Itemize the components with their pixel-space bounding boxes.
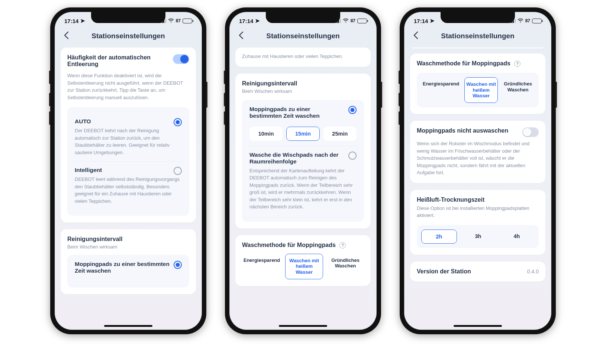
- battery-percent: 87: [176, 18, 181, 23]
- trailing-card: Zuhause mit Haustieren oder vielen Teppi…: [235, 48, 371, 67]
- device-notch: [91, 12, 165, 23]
- mop-time-option[interactable]: Moppingpads zu einer bestimmten Zeit was…: [248, 106, 358, 146]
- room-order-desc: Entsprechend der Kartenaufteilung kehrt …: [249, 167, 357, 211]
- hot-air-title: Heißluft-Trocknungszeit: [417, 196, 539, 203]
- clean-interval-card: Reinigungsintervall Beim Wischen wirksam…: [61, 229, 196, 294]
- nav-bar: Stationseinstellungen: [404, 27, 551, 48]
- seg-15min[interactable]: 15min: [286, 127, 319, 141]
- help-icon[interactable]: ?: [514, 61, 520, 67]
- battery-percent: 87: [351, 18, 355, 23]
- clean-interval-sub: Beim Wischen wirksam: [67, 244, 189, 250]
- seg-10min[interactable]: 10min: [249, 127, 283, 141]
- option-intelligent-desc: DEEBOT leert während des Reinigungsvorga…: [75, 176, 182, 205]
- radio-selected-icon: [174, 118, 182, 126]
- mop-time-option[interactable]: Moppingpads zu einer bestimmten Zeit was…: [73, 261, 183, 282]
- wifi-icon: [168, 18, 174, 24]
- hot-air-card: Heißluft-Trocknungszeit Diese Option ist…: [410, 190, 545, 255]
- status-time: 17:14: [239, 18, 253, 24]
- page-title: Stationseinstellungen: [266, 32, 339, 40]
- clean-interval-title: Reinigungsintervall: [67, 236, 189, 243]
- version-card[interactable]: Version der Station 0.4.0: [410, 261, 545, 282]
- mop-time-title: Moppingpads zu einer bestimmten Zeit was…: [75, 261, 171, 274]
- auto-empty-card: Häufigkeit der automatischen Entleerung …: [61, 48, 196, 222]
- no-rinse-toggle[interactable]: [522, 127, 539, 137]
- home-indicator[interactable]: [104, 325, 152, 327]
- phone-mockup-1: 17:14 ➤ 87 Stationseinstellungen: [50, 7, 206, 334]
- wash-method-card: Waschmethode für Moppingpads ? Energiesp…: [235, 235, 371, 286]
- wifi-icon: [343, 18, 349, 24]
- seg-energy[interactable]: Energiesparend: [242, 254, 281, 279]
- phone-mockup-2: 17:14 ➤ 87 Stationseinstellungen Zuhause…: [225, 7, 381, 334]
- room-order-option[interactable]: Wasche die Wischpads nach der Raumreihen…: [248, 146, 358, 216]
- trailing-text: Zuhause mit Haustieren oder vielen Teppi…: [242, 53, 364, 60]
- divider: [412, 48, 544, 48]
- battery-percent: 87: [525, 18, 530, 23]
- home-indicator[interactable]: [454, 325, 502, 327]
- page-title: Stationseinstellungen: [91, 32, 165, 40]
- mop-time-title: Moppingpads zu einer bestimmten Zeit was…: [249, 106, 339, 119]
- wash-method-title: Waschmethode für Moppingpads ?: [417, 60, 539, 67]
- wash-method-card: Waschmethode für Moppingpads ? Energiesp…: [410, 53, 545, 114]
- room-order-title: Wasche die Wischpads nach der Raumreihen…: [249, 152, 339, 165]
- radio-empty-icon: [348, 152, 357, 160]
- wifi-icon: [518, 18, 523, 24]
- battery-icon: [183, 19, 192, 23]
- home-indicator[interactable]: [279, 325, 327, 327]
- seg-hot-water[interactable]: Waschen mit heißem Wasser: [285, 254, 323, 279]
- hot-air-sub: Diese Option ist bei installierten Moppi…: [417, 205, 539, 219]
- page-title: Stationseinstellungen: [441, 32, 514, 40]
- auto-empty-toggle[interactable]: [173, 54, 189, 64]
- clean-interval-title: Reinigungsintervall: [242, 80, 364, 87]
- seg-2h[interactable]: 2h: [421, 230, 457, 244]
- help-icon[interactable]: ?: [339, 242, 346, 248]
- back-button[interactable]: [64, 31, 69, 41]
- seg-thorough[interactable]: Gründliches Waschen: [327, 254, 364, 279]
- device-notch: [441, 12, 515, 23]
- back-button[interactable]: [413, 31, 418, 41]
- version-label: Version der Station: [417, 268, 471, 275]
- clean-interval-card: Reinigungsintervall Beim Wischen wirksam…: [235, 74, 371, 228]
- no-rinse-title: Moppingpads nicht auswaschen: [417, 127, 519, 134]
- no-rinse-card: Moppingpads nicht auswaschen Wenn sich d…: [410, 121, 545, 183]
- status-time: 17:14: [414, 18, 428, 24]
- location-icon: ➤: [430, 17, 435, 24]
- auto-empty-title: Häufigkeit der automatischen Entleerung: [67, 54, 169, 68]
- option-intelligent[interactable]: Intelligent DEEBOT leert während des Rei…: [73, 161, 183, 210]
- nav-bar: Stationseinstellungen: [229, 27, 377, 48]
- auto-empty-desc: Wenn diese Funktion deaktiviert ist, wir…: [67, 72, 189, 101]
- option-auto-desc: Der DEEBOT kehrt nach der Reinigung auto…: [75, 127, 182, 156]
- seg-hot-water[interactable]: Waschen mit heißem Wasser: [464, 77, 498, 103]
- back-button[interactable]: [238, 31, 244, 41]
- seg-3h[interactable]: 3h: [461, 230, 496, 244]
- wash-method-title: Waschmethode für Moppingpads ?: [242, 242, 364, 248]
- no-rinse-desc: Wenn sich der Roboter im Wischmodus befi…: [417, 140, 539, 176]
- device-notch: [266, 12, 340, 23]
- auto-empty-options: AUTO Der DEEBOT kehrt nach der Reinigung…: [67, 107, 189, 216]
- radio-selected-icon: [174, 261, 182, 269]
- clean-interval-sub: Beim Wischen wirksam: [242, 88, 364, 94]
- location-icon: ➤: [255, 17, 260, 24]
- radio-selected-icon: [348, 106, 357, 114]
- location-icon: ➤: [80, 17, 85, 24]
- battery-icon: [532, 19, 542, 23]
- nav-bar: Stationseinstellungen: [55, 27, 202, 48]
- seg-energy[interactable]: Energiesparend: [421, 77, 461, 103]
- seg-25min[interactable]: 25min: [323, 127, 357, 141]
- seg-thorough[interactable]: Gründliches Waschen: [502, 77, 534, 103]
- option-auto[interactable]: AUTO Der DEEBOT kehrt nach der Reinigung…: [73, 113, 183, 161]
- option-intelligent-title: Intelligent: [75, 167, 102, 173]
- version-value: 0.4.0: [527, 269, 539, 274]
- status-time: 17:14: [64, 18, 78, 24]
- seg-4h[interactable]: 4h: [499, 230, 534, 244]
- battery-icon: [357, 19, 367, 23]
- phone-mockup-3: 17:14 ➤ 87 Stationseinstellungen: [400, 7, 556, 334]
- option-auto-title: AUTO: [75, 118, 91, 125]
- radio-empty-icon: [174, 167, 182, 175]
